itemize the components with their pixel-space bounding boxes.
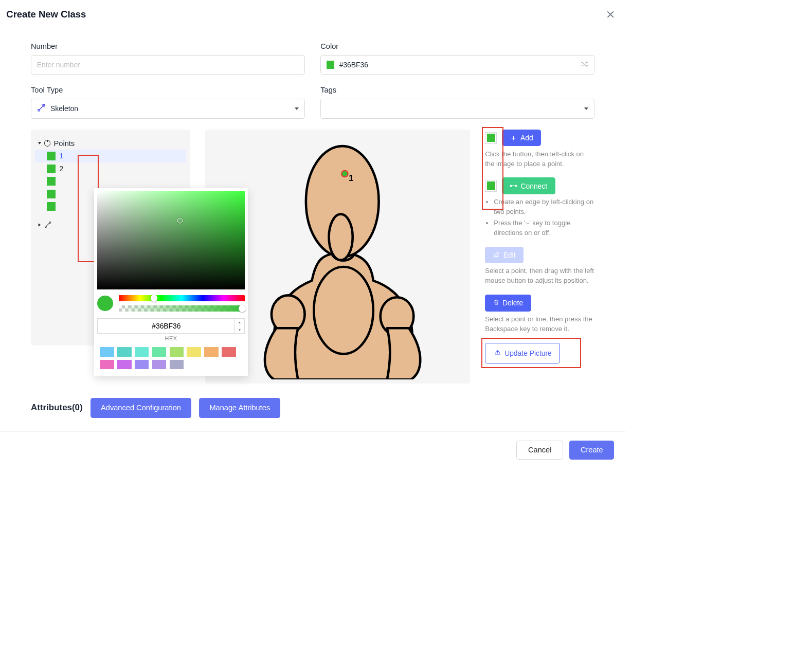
- shuffle-icon[interactable]: [581, 61, 588, 69]
- add-point-button[interactable]: ＋ Add: [502, 130, 542, 146]
- connect-icon: [510, 182, 517, 190]
- color-preset-swatch[interactable]: [100, 347, 114, 356]
- skeleton-icon: [37, 103, 46, 114]
- color-preset-swatch[interactable]: [117, 347, 132, 356]
- add-point-swatch[interactable]: [485, 132, 497, 144]
- hex-label: HEX: [165, 335, 177, 341]
- cancel-button[interactable]: Cancel: [516, 441, 563, 460]
- point-swatch: [47, 202, 56, 211]
- color-picker-preview: [97, 296, 113, 312]
- skeleton-tree-panel: Points 1 2: [31, 130, 190, 345]
- color-preset-swatch[interactable]: [222, 347, 236, 356]
- chevron-down-icon: [38, 142, 41, 144]
- update-picture-button[interactable]: Update Picture: [485, 343, 560, 363]
- tree-points-header[interactable]: Points: [35, 137, 187, 150]
- color-preset-swatch[interactable]: [100, 360, 114, 369]
- tags-select[interactable]: [320, 99, 594, 119]
- edit-button[interactable]: Edit: [485, 247, 524, 263]
- point-swatch: [47, 165, 56, 173]
- point-swatch: [47, 190, 56, 198]
- point-item[interactable]: 2: [35, 162, 187, 175]
- connect-hint-2: Press the '~' key to toggle directions o…: [494, 218, 594, 238]
- color-preset-swatch[interactable]: [135, 347, 149, 356]
- create-button[interactable]: Create: [569, 441, 614, 460]
- clock-icon: [44, 140, 50, 146]
- svg-point-4: [314, 266, 373, 353]
- color-preset-swatch[interactable]: [152, 347, 167, 356]
- svg-point-2: [45, 226, 46, 227]
- edit-icon: [493, 251, 500, 260]
- delete-button-label: Delete: [502, 299, 523, 307]
- point-swatch: [47, 152, 56, 160]
- delete-hint: Select a point or line, then press the B…: [485, 315, 594, 334]
- tags-label: Tags: [320, 86, 594, 94]
- color-picker-hue-slider[interactable]: [119, 295, 245, 301]
- chevron-down-icon: [295, 107, 299, 110]
- trash-icon: [493, 299, 499, 307]
- color-preset-swatch[interactable]: [117, 360, 132, 369]
- color-input[interactable]: #36BF36: [320, 55, 594, 75]
- connect-swatch[interactable]: [485, 180, 497, 192]
- add-hint: Click the button, then left-click on the…: [485, 150, 594, 169]
- close-icon[interactable]: [607, 11, 614, 18]
- color-picker-saturation[interactable]: [97, 191, 244, 289]
- skeleton-point-label: 1: [349, 173, 353, 183]
- number-input[interactable]: [37, 61, 299, 69]
- color-value: #36BF36: [339, 61, 368, 69]
- slider-thumb[interactable]: [239, 305, 246, 312]
- tool-type-value: Skeleton: [50, 104, 78, 113]
- hex-stepper[interactable]: ▲▼: [235, 318, 244, 334]
- connect-hint-1: Create an edge by left-clicking on two p…: [494, 197, 594, 217]
- color-picker-hex-input[interactable]: [97, 318, 235, 334]
- slider-thumb[interactable]: [151, 295, 158, 302]
- color-label: Color: [320, 42, 594, 50]
- skeleton-point[interactable]: [341, 170, 348, 176]
- update-picture-label: Update Picture: [504, 349, 552, 357]
- points-header-label: Points: [54, 139, 75, 148]
- point-swatch: [47, 177, 56, 186]
- modal-title: Create New Class: [6, 9, 86, 20]
- color-picker-popover: ▲▼ HEX: [94, 188, 248, 376]
- svg-point-9: [329, 214, 353, 260]
- chevron-right-icon: [38, 224, 41, 227]
- skeleton-actions-panel: ＋ Add Click the button, then left-click …: [485, 130, 594, 363]
- tool-type-label: Tool Type: [31, 86, 304, 94]
- tool-type-select[interactable]: Skeleton: [31, 99, 304, 119]
- edit-hint: Select a point, then drag with the left …: [485, 266, 594, 286]
- color-preset-swatch[interactable]: [152, 360, 167, 369]
- color-picker-alpha-slider[interactable]: [119, 305, 245, 312]
- point-item[interactable]: [35, 175, 187, 188]
- connect-button[interactable]: Connect: [502, 177, 555, 194]
- svg-point-11: [515, 185, 517, 187]
- color-picker-cursor[interactable]: [177, 218, 183, 224]
- svg-point-3: [49, 222, 51, 223]
- attributes-title: Attributes(0): [31, 403, 83, 413]
- connect-button-label: Connect: [520, 182, 547, 190]
- number-label: Number: [31, 42, 304, 50]
- color-preset-swatch[interactable]: [204, 347, 219, 356]
- color-preset-swatch[interactable]: [135, 360, 149, 369]
- color-preset-swatch[interactable]: [170, 347, 184, 356]
- svg-point-10: [510, 185, 512, 187]
- chevron-down-icon: [584, 107, 588, 110]
- edit-button-label: Edit: [503, 251, 516, 259]
- color-preset-swatch[interactable]: [187, 347, 201, 356]
- color-preset-swatch[interactable]: [170, 360, 184, 369]
- add-button-label: Add: [520, 134, 533, 142]
- link-icon: [44, 221, 51, 229]
- point-label: 1: [59, 152, 63, 160]
- color-swatch: [327, 61, 334, 68]
- point-item[interactable]: 1: [35, 150, 187, 162]
- point-label: 2: [59, 165, 63, 173]
- delete-button[interactable]: Delete: [485, 295, 531, 311]
- manage-attributes-button[interactable]: Manage Attributes: [199, 398, 280, 418]
- upload-icon: [494, 349, 501, 357]
- advanced-configuration-button[interactable]: Advanced Configuration: [91, 398, 191, 418]
